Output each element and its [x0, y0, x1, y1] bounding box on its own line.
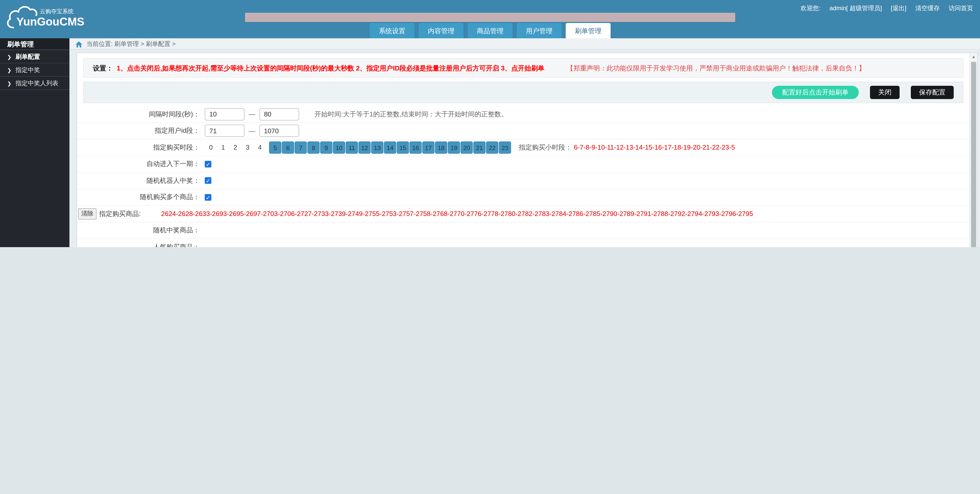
interval-label: 间隔时间段(秒)： — [77, 110, 205, 119]
tab-用户管理[interactable]: 用户管理 — [516, 22, 562, 38]
popular-buy-row: 人气购买商品： — [77, 239, 969, 247]
hour-selected-15[interactable]: 15 — [397, 142, 409, 154]
hour-selected-20[interactable]: 20 — [460, 142, 473, 154]
interval-hint: 开始时间:大于等于1的正整数,结束时间：大于开始时间的正整数。 — [315, 110, 508, 119]
hours-label: 指定购买时段： — [77, 143, 205, 152]
interval-from-input[interactable] — [205, 108, 245, 121]
sidebar-item-label: 指定中奖人列表 — [16, 80, 59, 87]
userid-label: 指定用户id段： — [77, 126, 205, 135]
main-nav-tabs: 系统设置内容管理商品管理用户管理刷单管理 — [0, 22, 980, 38]
hour-option-0[interactable]: 0 — [205, 144, 217, 151]
popular-buy-label: 人气购买商品： — [77, 243, 205, 247]
sidebar: 刷单管理 ❯刷单配置❯指定中奖❯指定中奖人列表 — [0, 38, 70, 247]
hour-selected-8[interactable]: 8 — [307, 142, 320, 154]
hour-selected-7[interactable]: 7 — [294, 142, 307, 154]
breadcrumb: 当前位置: 刷单管理 > 刷单配置 > — [70, 38, 980, 49]
hour-selected-10[interactable]: 10 — [333, 142, 345, 154]
app-header: 云购夺宝系统 YunGouCMS 欢迎您: admin[ 超级管理员] [退出]… — [0, 0, 980, 38]
breadcrumb-text: 当前位置: 刷单管理 > 刷单配置 > — [86, 40, 176, 48]
visit-home-link[interactable]: 访问首页 — [948, 5, 973, 12]
hour-selected-9[interactable]: 9 — [320, 142, 332, 154]
auto-next-checkbox[interactable]: ✓ — [205, 161, 212, 167]
hours-result-label: 指定购买小时段： — [519, 143, 572, 152]
home-icon[interactable] — [76, 41, 82, 48]
random-robot-checkbox[interactable]: ✓ — [205, 177, 212, 184]
specified-goods-label: 指定购买商品: — [99, 209, 141, 218]
sidebar-item-刷单配置[interactable]: ❯刷单配置 — [0, 50, 70, 63]
current-user: admin[ 超级管理员] — [829, 5, 882, 12]
clear-button[interactable]: 清除 — [78, 208, 97, 220]
content-area: 设置： 1、点击关闭后,如果想再次开起,需至少等待上次设置的间隔时间段(秒)的最… — [70, 49, 980, 247]
auto-next-row: 自动进入下一期： ✓ — [77, 156, 969, 172]
hour-selected-11[interactable]: 11 — [346, 142, 358, 154]
sidebar-item-指定中奖[interactable]: ❯指定中奖 — [0, 63, 70, 76]
toolbar: 配置好后点击开始刷单 关闭 保存配置 — [83, 82, 963, 103]
sidebar-item-指定中奖人列表[interactable]: ❯指定中奖人列表 — [0, 76, 70, 90]
notification-bar — [245, 13, 735, 22]
userid-from-input[interactable] — [205, 125, 245, 137]
userid-row: 指定用户id段： — — [77, 123, 969, 139]
interval-to-input[interactable] — [259, 108, 299, 121]
chevron-right-icon: ❯ — [7, 67, 11, 73]
hour-selected-21[interactable]: 21 — [473, 142, 485, 154]
hour-selected-22[interactable]: 22 — [486, 142, 498, 154]
hour-selected-14[interactable]: 14 — [384, 142, 396, 154]
sidebar-items: ❯刷单配置❯指定中奖❯指定中奖人列表 — [0, 50, 70, 90]
notice-body: 1、点击关闭后,如果想再次开起,需至少等待上次设置的间隔时间段(秒)的最大秒数 … — [117, 64, 544, 72]
hour-selected-5[interactable]: 5 — [269, 142, 281, 154]
hour-selected-17[interactable]: 17 — [422, 142, 434, 154]
user-bar: 欢迎您: admin[ 超级管理员] [退出] 清空缓存 访问首页 — [793, 4, 973, 13]
logo-subtitle: 云购夺宝系统 — [40, 8, 73, 14]
hour-option-1[interactable]: 1 — [217, 144, 229, 151]
start-brush-button[interactable]: 配置好后点击开始刷单 — [772, 86, 859, 99]
save-config-button[interactable]: 保存配置 — [911, 86, 954, 99]
range-dash: — — [249, 110, 255, 118]
chevron-right-icon: ❯ — [7, 81, 11, 86]
settings-notice: 设置： 1、点击关闭后,如果想再次开起,需至少等待上次设置的间隔时间段(秒)的最… — [83, 58, 963, 78]
hour-selected-16[interactable]: 16 — [409, 142, 422, 154]
sidebar-item-label: 指定中奖 — [16, 66, 40, 73]
random-robot-label: 随机机器人中奖： — [77, 176, 205, 185]
hour-selected-18[interactable]: 18 — [435, 142, 447, 154]
vertical-scrollbar-thumb[interactable] — [971, 62, 976, 247]
userid-to-input[interactable] — [259, 125, 299, 137]
notice-prefix: 设置： — [93, 64, 113, 72]
hour-selected-13[interactable]: 13 — [371, 142, 383, 154]
hours-unselected: 01234 — [205, 144, 266, 151]
hours-selected: 567891011121314151617181920212223 — [269, 142, 512, 154]
random-win-label: 随机中奖商品： — [77, 226, 205, 235]
tab-商品管理[interactable]: 商品管理 — [467, 22, 513, 38]
tab-内容管理[interactable]: 内容管理 — [418, 22, 464, 38]
random-multi-label: 随机购买多个商品： — [77, 193, 205, 202]
panel-inner: 设置： 1、点击关闭后,如果想再次开起,需至少等待上次设置的间隔时间段(秒)的最… — [77, 53, 969, 247]
app-window: 云购夺宝系统 YunGouCMS 欢迎您: admin[ 超级管理员] [退出]… — [0, 0, 980, 247]
interval-row: 间隔时间段(秒)： — 开始时间:大于等于1的正整数,结束时间：大于开始时间的正… — [77, 106, 969, 123]
notice-declaration: 【郑重声明：此功能仅限用于开发学习使用，严禁用于商业用途或欺骗用户！触犯法律，后… — [567, 64, 865, 72]
hour-option-2[interactable]: 2 — [229, 144, 242, 151]
auto-next-label: 自动进入下一期： — [77, 159, 205, 169]
random-robot-row: 随机机器人中奖： ✓ — [77, 172, 969, 189]
hour-option-3[interactable]: 3 — [242, 144, 254, 151]
main-panel: 设置： 1、点击关闭后,如果想再次开起,需至少等待上次设置的间隔时间段(秒)的最… — [76, 53, 978, 247]
tab-刷单管理[interactable]: 刷单管理 — [565, 22, 611, 38]
scroll-up-icon[interactable]: ▲ — [970, 53, 977, 61]
hour-selected-12[interactable]: 12 — [358, 142, 371, 154]
hours-result-value: 6-7-8-9-10-11-12-13-14-15-16-17-18-19-20… — [574, 144, 735, 151]
hour-selected-6[interactable]: 6 — [282, 142, 294, 154]
hour-selected-19[interactable]: 19 — [448, 142, 460, 154]
sidebar-title: 刷单管理 — [0, 38, 70, 50]
range-dash: — — [249, 127, 255, 135]
clear-cache-link[interactable]: 清空缓存 — [915, 5, 940, 12]
tab-系统设置[interactable]: 系统设置 — [369, 22, 415, 38]
specified-goods-row: 清除 指定购买商品: 2624-2628-2633-2693-2695-2697… — [77, 206, 969, 222]
close-button[interactable]: 关闭 — [870, 86, 900, 99]
logout-link[interactable]: [退出] — [891, 5, 906, 12]
hour-selected-23[interactable]: 23 — [499, 142, 511, 154]
vertical-scrollbar[interactable]: ▲ — [969, 53, 977, 247]
welcome-label: 欢迎您: — [800, 5, 821, 12]
chevron-right-icon: ❯ — [7, 54, 11, 60]
hour-option-4[interactable]: 4 — [254, 144, 266, 151]
sidebar-item-label: 刷单配置 — [16, 53, 40, 60]
random-multi-checkbox[interactable]: ✓ — [205, 194, 212, 201]
random-multi-row: 随机购买多个商品： ✓ — [77, 189, 969, 206]
